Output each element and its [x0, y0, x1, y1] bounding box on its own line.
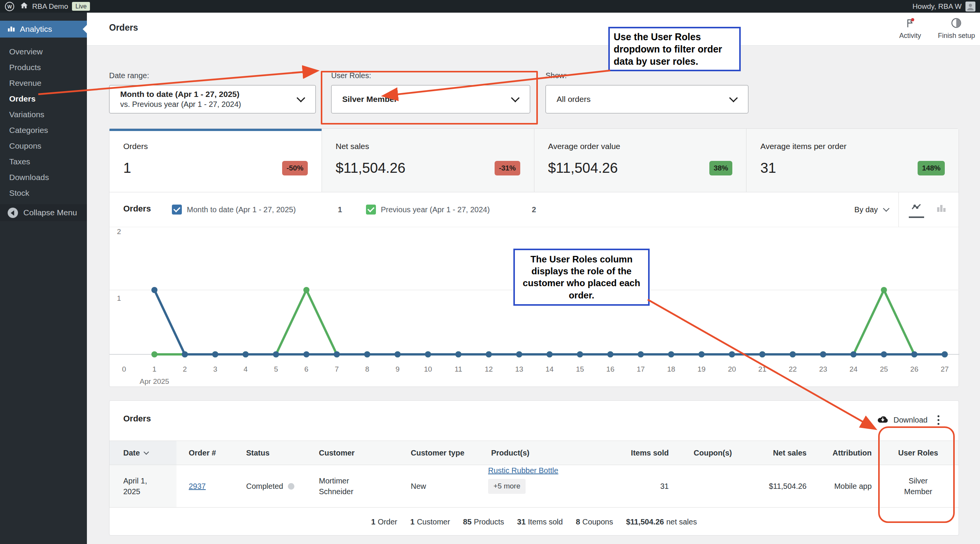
svg-text:23: 23 — [819, 365, 827, 373]
cell-products: Rustic Rubber Bottle +5 more — [479, 465, 598, 507]
svg-text:14: 14 — [546, 365, 554, 373]
kebab-menu-icon[interactable] — [935, 413, 942, 427]
svg-text:15: 15 — [576, 365, 584, 373]
svg-text:7: 7 — [335, 365, 339, 373]
chart-legend-toggles: Month to date (Apr 1 - 27, 2025)1Previou… — [172, 192, 536, 227]
checkbox-checked-icon — [366, 205, 376, 215]
page-header: Orders Activity Finish setup — [87, 13, 980, 46]
cell-items-sold: 31 — [598, 465, 674, 507]
finish-setup-label: Finish setup — [938, 32, 975, 40]
annotation-note-user-roles-dropdown: Use the User Roles dropdown to filter or… — [608, 27, 741, 71]
product-link[interactable]: Rustic Rubber Bottle — [488, 465, 558, 476]
show-dropdown[interactable]: All orders — [546, 85, 748, 113]
svg-text:11: 11 — [455, 365, 462, 373]
howdy-account-link[interactable]: Howdy, RBA W — [913, 2, 962, 11]
sidebar-item-variations[interactable]: Variations — [0, 107, 87, 122]
sidebar-item-stock[interactable]: Stock — [0, 185, 87, 201]
column-header-order[interactable]: Order # — [176, 441, 234, 465]
column-header-date[interactable]: Date — [109, 441, 176, 465]
sidebar-analytics[interactable]: Analytics — [0, 21, 87, 38]
cell-status: Completed — [234, 465, 307, 507]
collapse-menu-button[interactable]: Collapse Menu — [0, 204, 87, 221]
svg-text:2: 2 — [183, 365, 187, 373]
chevron-down-icon — [883, 205, 890, 212]
column-header-status[interactable]: Status — [234, 441, 307, 465]
column-header-customer[interactable]: Customer — [307, 441, 399, 465]
summary-stat-net-sales: $11,504.26net sales — [626, 518, 697, 526]
table-row: April 1, 2025 2937 Completed Mortimer Sc… — [109, 465, 959, 507]
column-header-items-sold[interactable]: Items sold — [598, 441, 674, 465]
avatar[interactable] — [965, 2, 975, 11]
summary-card-orders[interactable]: Orders1-50% — [109, 129, 322, 192]
divider — [898, 192, 899, 227]
svg-text:17: 17 — [637, 365, 645, 373]
collapse-menu-label: Collapse Menu — [23, 208, 77, 217]
sidebar-item-taxes[interactable]: Taxes — [0, 154, 87, 169]
woocommerce-analytics-orders-page: W RBA Demo Live Howdy, RBA W Analytics O… — [0, 0, 980, 544]
svg-text:6: 6 — [304, 365, 309, 373]
chevron-down-icon — [729, 93, 738, 102]
column-header-coupons[interactable]: Coupon(s) — [674, 441, 737, 465]
interval-dropdown[interactable]: By day — [854, 205, 889, 214]
home-icon — [20, 1, 28, 11]
line-chart-toggle-icon[interactable] — [909, 201, 924, 218]
cell-order-number: 2937 — [176, 465, 234, 507]
summary-card-net-sales[interactable]: Net sales$11,504.26-31% — [322, 129, 534, 192]
svg-text:5: 5 — [274, 365, 278, 373]
cell-attribution: Mobile app — [812, 465, 877, 507]
show-value: All orders — [557, 95, 591, 104]
activity-button[interactable]: Activity — [899, 17, 921, 40]
interval-value: By day — [854, 205, 878, 214]
sidebar-item-orders[interactable]: Orders — [0, 91, 87, 107]
sidebar-item-categories[interactable]: Categories — [0, 122, 87, 138]
delta-badge: -31% — [495, 161, 520, 175]
card-label: Average order value — [548, 142, 733, 151]
svg-text:24: 24 — [849, 365, 858, 373]
finish-setup-button[interactable]: Finish setup — [938, 17, 975, 40]
column-header-products[interactable]: Product(s) — [479, 441, 598, 465]
series-toggle-0[interactable]: Month to date (Apr 1 - 27, 2025)1 — [172, 205, 342, 215]
card-label: Net sales — [336, 142, 520, 151]
sidebar-item-products[interactable]: Products — [0, 59, 87, 75]
sidebar-item-overview[interactable]: Overview — [0, 44, 87, 59]
svg-text:16: 16 — [606, 365, 614, 373]
summary-card-average-items-per-order[interactable]: Average items per order31148% — [746, 129, 959, 192]
svg-text:8: 8 — [365, 365, 369, 373]
date-range-dropdown[interactable]: Month to date (Apr 1 - 27, 2025) vs. Pre… — [109, 85, 316, 113]
svg-text:9: 9 — [395, 365, 400, 373]
svg-text:0: 0 — [122, 365, 126, 373]
svg-text:Apr 2025: Apr 2025 — [140, 377, 169, 385]
download-button[interactable]: Download — [877, 414, 928, 426]
card-label: Average items per order — [760, 142, 945, 151]
sidebar-item-coupons[interactable]: Coupons — [0, 138, 87, 154]
sidebar-item-revenue[interactable]: Revenue — [0, 75, 87, 91]
sidebar-item-downloads[interactable]: Downloads — [0, 169, 87, 185]
svg-text:3: 3 — [213, 365, 217, 373]
summary-stat-customer: 1Customer — [410, 518, 450, 526]
site-menu[interactable]: RBA Demo Live — [20, 1, 90, 11]
activity-label: Activity — [899, 32, 921, 40]
annotation-note-user-roles-column: The User Roles column displays the role … — [513, 249, 650, 306]
date-range-comparison: vs. Previous year (Apr 1 - 27, 2024) — [120, 100, 241, 109]
column-header-customer-type[interactable]: Customer type — [399, 441, 479, 465]
sort-desc-icon — [144, 449, 149, 455]
bar-chart-toggle-icon[interactable] — [934, 202, 949, 217]
column-header-net-sales[interactable]: Net sales — [737, 441, 812, 465]
svg-text:13: 13 — [515, 365, 523, 373]
order-number-link[interactable]: 2937 — [189, 481, 206, 492]
more-products-button[interactable]: +5 more — [488, 479, 526, 494]
highlight-rect-user-roles-column — [878, 426, 955, 523]
svg-text:18: 18 — [667, 365, 675, 373]
wordpress-logo-icon[interactable]: W — [5, 2, 15, 11]
sidebar-menu: OverviewProductsRevenueOrdersVariationsC… — [0, 44, 87, 201]
activity-flag-icon — [904, 17, 916, 31]
selected-card-accent — [109, 129, 322, 131]
series-label: Month to date (Apr 1 - 27, 2025) — [187, 205, 296, 214]
series-total: 1 — [338, 205, 342, 214]
column-header-attribution[interactable]: Attribution — [812, 441, 877, 465]
summary-card-average-order-value[interactable]: Average order value$11,504.2638% — [534, 129, 747, 192]
series-toggle-1[interactable]: Previous year (Apr 1 - 27, 2024)2 — [366, 205, 536, 215]
svg-text:27: 27 — [941, 365, 949, 373]
finish-setup-icon — [951, 17, 962, 31]
cloud-download-icon — [877, 414, 889, 426]
